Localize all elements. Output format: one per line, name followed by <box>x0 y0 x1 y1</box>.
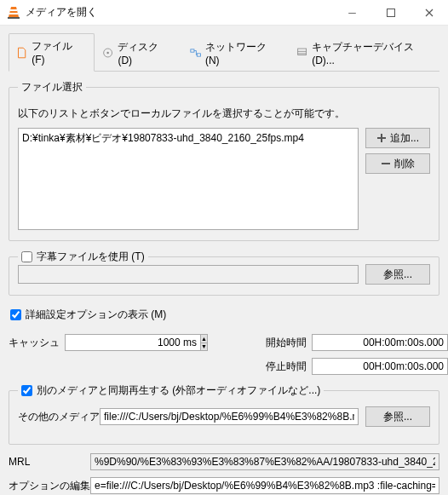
svg-rect-6 <box>191 49 194 52</box>
svg-rect-2 <box>8 17 20 19</box>
stop-input[interactable] <box>312 358 447 375</box>
subtitle-browse-button[interactable]: 参照... <box>365 264 430 285</box>
chevron-down-icon[interactable]: ▼ <box>201 343 207 351</box>
file-list-item[interactable]: D:¥tinka¥素材¥ビデオ¥19807833-uhd_3840_2160_2… <box>22 131 354 146</box>
minimize-button[interactable]: ─ <box>333 0 371 26</box>
file-select-legend: ファイル選択 <box>18 80 86 95</box>
remove-label: 削除 <box>394 157 415 171</box>
subtitle-path-input <box>18 265 359 284</box>
file-icon <box>16 47 27 59</box>
svg-rect-1 <box>9 13 18 14</box>
window-title: メディアを開く <box>26 5 333 20</box>
close-button[interactable] <box>410 0 448 26</box>
stop-spinner[interactable]: ▲▼ <box>312 358 439 375</box>
extra-media-checkbox[interactable] <box>21 385 32 396</box>
chevron-up-icon[interactable]: ▲ <box>201 335 207 343</box>
remove-button[interactable]: 削除 <box>365 153 430 174</box>
stop-label: 停止時間 <box>266 360 312 374</box>
file-select-group: ファイル選択 以下のリストとボタンでローカルファイルを選択することが可能です。 … <box>9 80 439 241</box>
svg-rect-3 <box>387 9 394 16</box>
network-icon <box>190 47 201 59</box>
tab-label: ファイル (F) <box>32 39 85 66</box>
svg-rect-7 <box>197 54 200 56</box>
subtitle-checkbox[interactable] <box>21 251 32 262</box>
start-label: 開始時間 <box>266 336 312 350</box>
file-list[interactable]: D:¥tinka¥素材¥ビデオ¥19807833-uhd_3840_2160_2… <box>18 128 359 230</box>
cache-label: キャッシュ <box>9 336 65 350</box>
subtitle-group: 字幕ファイルを使用 (T) 参照... <box>9 250 439 296</box>
maximize-button[interactable] <box>371 0 410 26</box>
extra-media-group: 別のメディアと同期再生する (外部オーディオファイルなど...) その他のメディ… <box>9 383 439 445</box>
svg-rect-0 <box>10 9 17 11</box>
capture-icon <box>296 47 307 59</box>
start-input[interactable] <box>312 334 447 351</box>
other-media-label: その他のメディア <box>18 410 93 424</box>
tab-bar: ファイル (F) ディスク (D) ネットワーク (N) キャプチャーデバイス(… <box>9 32 439 72</box>
extra-media-checkbox-label[interactable]: 別のメディアと同期再生する (外部オーディオファイルなど...) <box>21 383 320 398</box>
advanced-checkbox[interactable] <box>10 309 21 320</box>
minus-icon <box>381 158 391 169</box>
other-media-browse-button[interactable]: 参照... <box>365 406 430 427</box>
options-label: オプションの編集 <box>9 479 83 493</box>
tab-network[interactable]: ネットワーク (N) <box>182 33 289 72</box>
svg-point-5 <box>107 52 109 54</box>
tab-label: ネットワーク (N) <box>205 40 279 66</box>
plus-icon <box>376 133 387 143</box>
tab-file[interactable]: ファイル (F) <box>9 33 95 72</box>
advanced-checkbox-label[interactable]: 詳細設定オプションの表示 (M) <box>10 308 439 322</box>
disc-icon <box>102 47 113 59</box>
mrl-input[interactable] <box>90 453 439 470</box>
mrl-label: MRL <box>9 456 83 468</box>
cache-spinner[interactable]: ▲▼ <box>65 334 192 351</box>
titlebar: メディアを開く ─ <box>0 0 448 26</box>
add-label: 追加... <box>390 131 419 146</box>
other-media-input[interactable] <box>100 408 359 425</box>
tab-label: キャプチャーデバイス(D)... <box>312 40 430 66</box>
start-spinner[interactable]: ▲▼ <box>312 334 439 351</box>
file-select-hint: 以下のリストとボタンでローカルファイルを選択することが可能です。 <box>18 106 430 121</box>
tab-label: ディスク (D) <box>118 40 172 66</box>
vlc-icon <box>7 6 20 20</box>
cache-input[interactable] <box>65 334 200 351</box>
advanced-grid: キャッシュ ▲▼ 開始時間 ▲▼ 停止時間 ▲▼ <box>9 334 439 375</box>
add-button[interactable]: 追加... <box>365 128 430 148</box>
options-input[interactable] <box>90 477 439 494</box>
tab-capture[interactable]: キャプチャーデバイス(D)... <box>289 33 439 72</box>
subtitle-checkbox-label[interactable]: 字幕ファイルを使用 (T) <box>21 250 145 264</box>
tab-disc[interactable]: ディスク (D) <box>95 33 181 72</box>
